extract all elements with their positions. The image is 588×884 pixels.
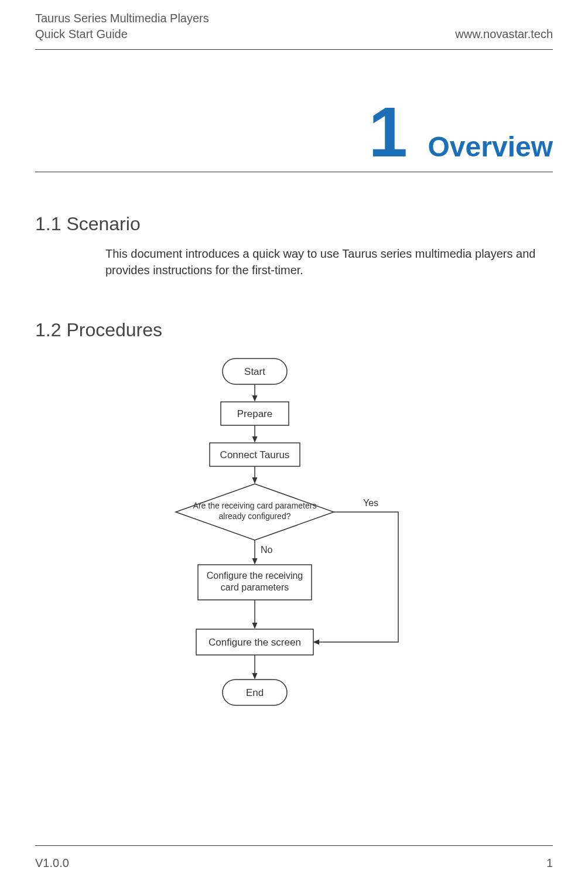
chapter-divider: [35, 172, 553, 172]
header-site: www.novastar.tech: [455, 28, 553, 41]
flow-decision-line1: Are the receiving card parameters: [193, 501, 317, 510]
section-heading-1-1: 1.1 Scenario: [35, 213, 553, 235]
flow-config-recv-line1: Configure the receiving: [207, 571, 303, 581]
flow-yes-line: [314, 512, 398, 642]
footer-row: V1.0.0 1: [35, 856, 553, 870]
doc-title-line2: Quick Start Guide: [35, 28, 209, 41]
chapter-heading: 1 Overview: [0, 97, 588, 167]
flow-decision-line2: already configured?: [219, 511, 291, 521]
header-left: Taurus Series Multimedia Players Quick S…: [35, 12, 209, 41]
section-procedures: 1.2 Procedures Start Prepare Connect Tau…: [0, 319, 588, 730]
flow-no-label: No: [261, 545, 273, 555]
doc-title-line1: Taurus Series Multimedia Players: [35, 12, 209, 25]
chapter-title: Overview: [428, 131, 553, 163]
section-scenario: 1.1 Scenario This document introduces a …: [0, 213, 588, 278]
flow-start-label: Start: [244, 366, 265, 377]
page-footer: V1.0.0 1: [0, 845, 588, 870]
flow-connect-label: Connect Taurus: [220, 449, 290, 460]
procedures-flowchart: Start Prepare Connect Taurus Are the rec…: [35, 355, 553, 730]
flow-prepare-label: Prepare: [237, 408, 272, 419]
flow-config-screen-label: Configure the screen: [208, 637, 301, 648]
section-heading-1-2: 1.2 Procedures: [35, 319, 553, 341]
flow-config-recv-line2: card parameters: [221, 582, 289, 592]
footer-divider: [35, 845, 553, 846]
flow-yes-label: Yes: [363, 498, 378, 508]
header-divider: [35, 49, 553, 50]
chapter-number: 1: [368, 97, 408, 167]
footer-page-number: 1: [546, 856, 553, 870]
flowchart-svg: Start Prepare Connect Taurus Are the rec…: [164, 355, 433, 730]
flow-end-label: End: [246, 687, 264, 698]
page-header: Taurus Series Multimedia Players Quick S…: [0, 0, 588, 47]
scenario-body: This document introduces a quick way to …: [105, 245, 553, 278]
footer-version: V1.0.0: [35, 856, 69, 870]
